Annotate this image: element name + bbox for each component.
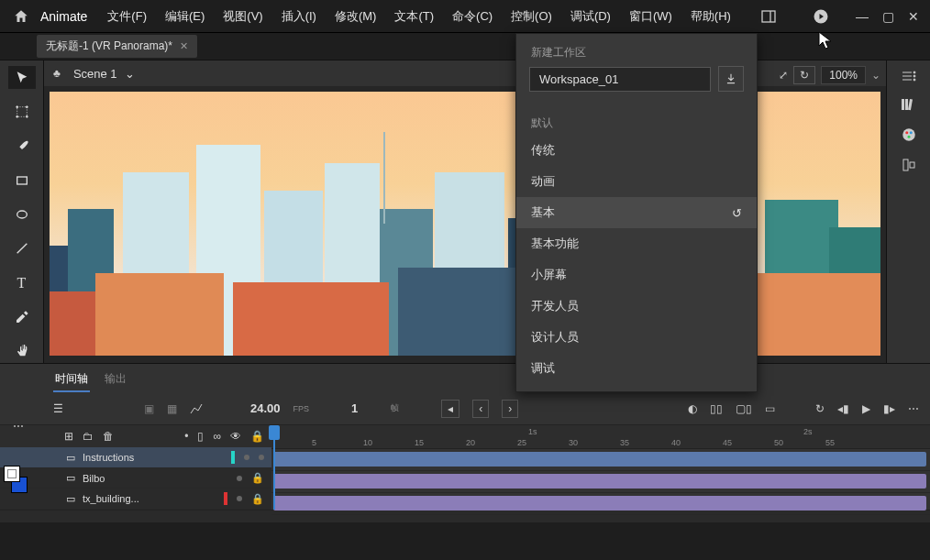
home-icon[interactable]	[11, 6, 31, 27]
workspace-item-small[interactable]: 小屏幕	[516, 259, 757, 291]
svg-point-16	[913, 79, 915, 81]
tracks-area[interactable]: 1s 2s 5 10 15 20 25 30 35 40 45 50 55	[271, 425, 930, 510]
workspace-item-developer[interactable]: 开发人员	[516, 291, 757, 322]
menu-help[interactable]: 帮助(H)	[681, 3, 740, 30]
svg-point-23	[907, 136, 910, 138]
remove-frame[interactable]: ▭	[765, 402, 775, 415]
frame-label: 帧	[391, 402, 399, 414]
track-instructions[interactable]	[271, 449, 930, 471]
workspace-name-input[interactable]	[529, 67, 711, 92]
insert-frame[interactable]: ▢▯	[736, 402, 752, 415]
layer-name: Instructions	[83, 452, 224, 463]
reset-icon[interactable]: ↺	[732, 206, 742, 220]
menu-view[interactable]: 视图(V)	[214, 3, 271, 30]
menu-file[interactable]: 文件(F)	[98, 3, 156, 30]
eyedropper-tool[interactable]	[8, 305, 36, 328]
workspace-item-classic[interactable]: 传统	[516, 135, 757, 166]
outline-col[interactable]: ▯	[197, 430, 204, 443]
layer-row-instructions[interactable]: ▭ Instructions	[0, 447, 271, 468]
play-button[interactable]: ▶	[862, 402, 870, 415]
svg-point-15	[913, 75, 915, 77]
workspace-item-designer[interactable]: 设计人员	[516, 322, 757, 353]
menu-edit[interactable]: 编辑(E)	[156, 3, 214, 30]
select-tool[interactable]	[8, 66, 36, 89]
workspace-item-animation[interactable]: 动画	[516, 166, 757, 197]
frame-back-start[interactable]: ◂	[441, 400, 459, 418]
go-start[interactable]: ◂▮	[837, 402, 849, 415]
document-tab[interactable]: 无标题-1 (VR Panorama)* ✕	[37, 35, 197, 58]
highlight-col[interactable]: •	[184, 430, 188, 443]
visibility-col[interactable]: 👁	[230, 430, 241, 443]
more-tools-icon[interactable]: ⋯	[13, 420, 24, 433]
svg-point-5	[26, 106, 28, 108]
tab-timeline[interactable]: 时间轴	[53, 368, 90, 392]
maximize-button[interactable]: ▢	[877, 8, 899, 25]
menu-commands[interactable]: 命令(C)	[443, 3, 502, 30]
brush-tool[interactable]	[8, 135, 36, 158]
color-panel-icon[interactable]	[901, 126, 917, 143]
prev-frame[interactable]: ‹	[472, 400, 489, 418]
onion-icon[interactable]: ▦	[167, 402, 177, 415]
properties-panel-icon[interactable]	[901, 70, 917, 82]
workspace-item-basic[interactable]: 基本↺	[516, 197, 757, 228]
menu-text[interactable]: 文本(T)	[385, 3, 443, 30]
fps-label: FPS	[293, 404, 310, 413]
loop-icon[interactable]: ↻	[815, 402, 825, 415]
tab-close-icon[interactable]: ✕	[180, 40, 188, 52]
layer-row-building[interactable]: ▭ tx_building... 🔒	[0, 489, 271, 510]
camera-icon[interactable]: ▣	[144, 402, 154, 415]
canvas[interactable]	[44, 86, 886, 363]
hand-tool[interactable]	[8, 340, 36, 363]
go-end[interactable]: ▮▸	[883, 402, 895, 415]
delete-layer[interactable]: 🗑	[103, 430, 114, 443]
workspace-item-essentials[interactable]: 基本功能	[516, 228, 757, 259]
layer-row-bilbo[interactable]: ▭ Bilbo 🔒	[0, 468, 271, 489]
frame-number[interactable]: 1	[351, 401, 358, 415]
minimize-button[interactable]: —	[851, 8, 873, 25]
next-frame[interactable]: ›	[502, 400, 518, 418]
close-button[interactable]: ✕	[902, 8, 924, 25]
track-bilbo[interactable]	[271, 471, 930, 493]
text-tool[interactable]: T	[8, 271, 36, 294]
insert-keyframe[interactable]: ◐	[688, 402, 697, 415]
fit-icon[interactable]: ⤢	[779, 69, 788, 82]
new-folder[interactable]: 🗀	[83, 430, 94, 443]
graph-icon[interactable]	[190, 402, 203, 415]
menu-insert[interactable]: 插入(I)	[272, 3, 326, 30]
play-icon[interactable]	[813, 8, 829, 25]
menu-window[interactable]: 窗口(W)	[620, 3, 681, 30]
link-col[interactable]: ∞	[213, 430, 221, 443]
scene-select[interactable]: Scene 1 ⌄	[73, 67, 135, 81]
insert-blank[interactable]: ▯▯	[710, 402, 723, 415]
lock-icon[interactable]: 🔒	[251, 472, 264, 484]
svg-rect-24	[903, 159, 908, 170]
layers-icon[interactable]: ☰	[53, 402, 63, 415]
free-transform-tool[interactable]	[8, 100, 36, 123]
rotate-icon[interactable]: ↻	[793, 66, 815, 84]
library-panel-icon[interactable]	[901, 97, 917, 112]
ruler-1s: 1s	[528, 427, 537, 436]
workspace-icon[interactable]	[761, 10, 776, 23]
oval-tool[interactable]	[8, 203, 36, 225]
track-building[interactable]	[271, 493, 930, 515]
align-panel-icon[interactable]	[902, 158, 916, 172]
workspace-save-icon[interactable]	[718, 66, 744, 92]
step-icon[interactable]: ⋯	[908, 402, 919, 415]
fps-value[interactable]: 24.00	[250, 401, 281, 415]
menu-debug[interactable]: 调试(D)	[561, 3, 620, 30]
workspace-item-debug[interactable]: 调试	[516, 353, 757, 384]
clapboard-icon[interactable]: ♣	[53, 67, 61, 80]
menu-control[interactable]: 控制(O)	[502, 3, 561, 30]
lock-col[interactable]: 🔒	[250, 430, 264, 443]
timeline-ruler[interactable]: 1s 2s 5 10 15 20 25 30 35 40 45 50 55	[271, 425, 930, 449]
add-layer[interactable]: ⊞	[64, 430, 73, 443]
line-tool[interactable]	[8, 237, 36, 260]
zoom-chevron[interactable]: ⌄	[871, 69, 880, 82]
stroke-fill-swatches[interactable]	[4, 466, 28, 493]
menu-modify[interactable]: 修改(M)	[326, 3, 386, 30]
tab-output[interactable]: 输出	[103, 368, 128, 392]
zoom-value[interactable]: 100%	[821, 66, 866, 84]
lock-icon[interactable]: 🔒	[251, 493, 264, 505]
rectangle-tool[interactable]	[8, 169, 36, 192]
playhead[interactable]	[273, 425, 275, 510]
